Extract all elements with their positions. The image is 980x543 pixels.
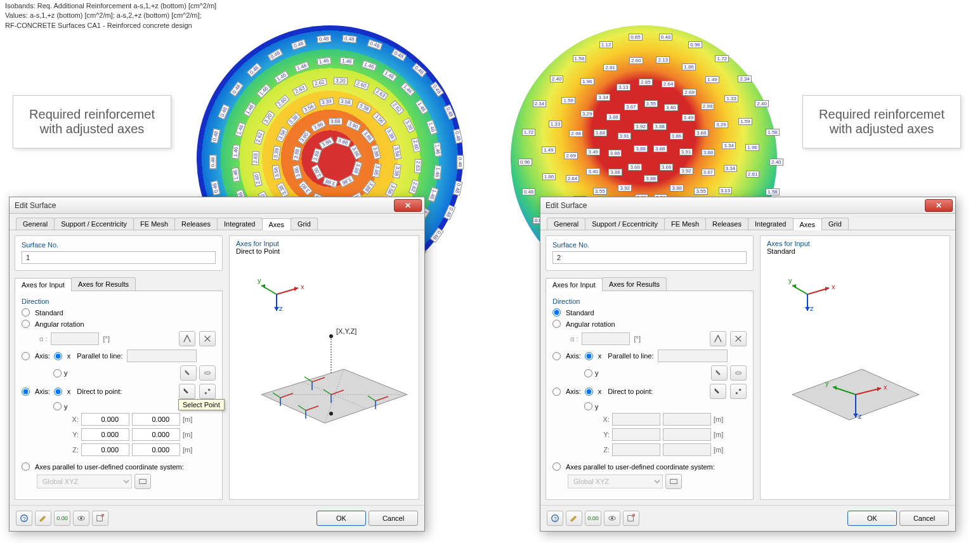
radio-axis-y-2[interactable] xyxy=(53,402,62,410)
pick-line-button[interactable] xyxy=(180,365,197,381)
radio-axis-direct[interactable] xyxy=(552,388,561,396)
alpha-label: α : xyxy=(570,335,578,343)
ok-button[interactable]: OK xyxy=(847,511,897,526)
tab-fe-mesh[interactable]: FE Mesh xyxy=(133,218,175,230)
direction-label: Direction xyxy=(22,298,216,305)
radio-axis-parallel[interactable] xyxy=(552,352,561,360)
radio-axis-parallel[interactable] xyxy=(22,352,30,360)
alpha-unit: [°] xyxy=(103,335,110,343)
tab-axes[interactable]: Axes xyxy=(262,218,291,230)
tab-support[interactable]: Support / Eccentricity xyxy=(54,218,134,230)
subtab-axes-input[interactable]: Axes for Input xyxy=(15,278,72,291)
label-y2: y xyxy=(64,403,68,410)
subtab-axes-results[interactable]: Axes for Results xyxy=(602,277,667,291)
ok-button[interactable]: OK xyxy=(317,511,366,526)
tab-integrated[interactable]: Integrated xyxy=(217,218,263,230)
tab-general[interactable]: General xyxy=(16,218,55,230)
unit-X: [m] xyxy=(714,415,723,423)
tab-integrated[interactable]: Integrated xyxy=(748,218,794,230)
angular-tool-1[interactable] xyxy=(710,331,726,346)
label-y2: y xyxy=(595,403,599,410)
input-Y-2 xyxy=(663,428,711,441)
input-Y-1[interactable] xyxy=(81,428,129,441)
cancel-button[interactable]: Cancel xyxy=(899,511,949,526)
label-y: y xyxy=(64,369,68,377)
export-button[interactable] xyxy=(623,511,639,526)
preview-mode: Direct to Point xyxy=(230,247,419,255)
tab-general[interactable]: General xyxy=(547,218,585,230)
pick-point-button[interactable] xyxy=(179,384,195,399)
cancel-button[interactable]: Cancel xyxy=(369,511,418,526)
point-tool-button[interactable] xyxy=(199,384,216,399)
radio-axis-x-2[interactable] xyxy=(54,388,62,396)
line-tool-button[interactable] xyxy=(730,365,747,381)
line-tool-button[interactable] xyxy=(199,365,216,381)
view-button[interactable] xyxy=(73,511,89,526)
tab-releases[interactable]: Releases xyxy=(174,218,218,230)
input-Z-1[interactable] xyxy=(81,443,129,456)
radio-axis-x-2[interactable] xyxy=(585,388,593,396)
tab-releases[interactable]: Releases xyxy=(705,218,748,230)
tab-axes[interactable]: Axes xyxy=(793,218,822,230)
cs-tool-button[interactable] xyxy=(134,474,151,489)
help-button[interactable]: ? xyxy=(547,511,563,526)
surface-no-input[interactable] xyxy=(22,251,216,264)
help-button[interactable]: ? xyxy=(16,511,32,526)
pick-point-button[interactable] xyxy=(710,384,726,399)
input-Y-2[interactable] xyxy=(132,428,180,441)
alpha-input xyxy=(582,332,630,345)
tab-fe-mesh[interactable]: FE Mesh xyxy=(664,218,706,230)
radio-axis-y-1[interactable] xyxy=(53,369,62,377)
close-button[interactable]: ✕ xyxy=(394,199,422,212)
close-button[interactable]: ✕ xyxy=(925,199,953,212)
units-button[interactable]: 0.00 xyxy=(585,511,601,526)
subtab-axes-results[interactable]: Axes for Results xyxy=(71,277,136,291)
point-tool-button[interactable] xyxy=(730,384,747,399)
tabbar: General Support / Eccentricity FE Mesh R… xyxy=(10,214,424,230)
surface-no-input[interactable] xyxy=(552,251,747,264)
svg-text:z: z xyxy=(810,304,814,312)
label-Y: Y: xyxy=(67,431,79,438)
cs-tool-button[interactable] xyxy=(665,474,682,489)
radio-axis-direct[interactable] xyxy=(22,388,30,396)
radio-axis-x-1[interactable] xyxy=(54,352,62,360)
svg-text:y: y xyxy=(258,277,261,284)
radio-standard[interactable] xyxy=(552,308,561,317)
preview-surface-graphic: x y z xyxy=(786,357,925,445)
pick-line-button[interactable] xyxy=(711,365,728,381)
subtab-axes-input[interactable]: Axes for Input xyxy=(546,278,603,291)
svg-text:y: y xyxy=(788,277,792,284)
units-button[interactable]: 0.00 xyxy=(54,511,70,526)
angular-tool-2[interactable] xyxy=(199,331,216,346)
alpha-label: α : xyxy=(39,335,47,343)
radio-standard[interactable] xyxy=(22,308,30,317)
radio-axis-x-1[interactable] xyxy=(585,352,593,360)
unit-Y: [m] xyxy=(183,431,192,438)
svg-rect-3 xyxy=(140,480,147,484)
preview-area: x y z x y z xyxy=(761,255,950,499)
radio-axis-y-1[interactable] xyxy=(584,369,592,377)
callout-right: Required reinforcemet with adjusted axes xyxy=(802,95,961,148)
unit-Y: [m] xyxy=(714,431,723,438)
angular-tool-2[interactable] xyxy=(730,331,747,346)
edit-button[interactable] xyxy=(566,511,582,526)
label-x: x xyxy=(598,352,602,360)
tab-support[interactable]: Support / Eccentricity xyxy=(585,218,665,230)
input-X-2[interactable] xyxy=(132,413,180,426)
radio-angular[interactable] xyxy=(552,320,561,328)
radio-user-cs[interactable] xyxy=(22,462,30,471)
select-cs: Global XYZ xyxy=(568,474,663,488)
edit-button[interactable] xyxy=(35,511,51,526)
input-X-1[interactable] xyxy=(81,413,129,426)
label-parallel: Parallel to line: xyxy=(608,352,653,360)
label-X: X: xyxy=(67,415,79,423)
input-Z-2[interactable] xyxy=(132,443,180,456)
radio-user-cs[interactable] xyxy=(552,462,561,471)
radio-angular[interactable] xyxy=(22,320,30,328)
tab-grid[interactable]: Grid xyxy=(821,218,849,230)
view-button[interactable] xyxy=(604,511,620,526)
tab-grid[interactable]: Grid xyxy=(291,218,318,230)
angular-tool-1[interactable] xyxy=(179,331,195,346)
export-button[interactable] xyxy=(92,511,108,526)
radio-axis-y-2[interactable] xyxy=(584,402,592,410)
